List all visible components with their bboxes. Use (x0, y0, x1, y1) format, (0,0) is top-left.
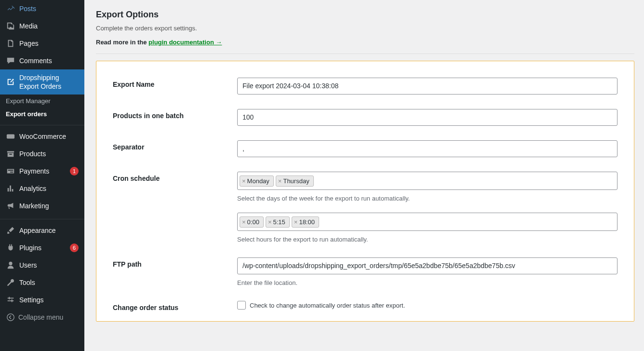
separator-label: Separator (113, 140, 237, 157)
remove-tag-icon[interactable]: × (278, 177, 282, 185)
page-title: Export Options (96, 10, 634, 20)
sidebar-item-label: Posts (19, 4, 79, 13)
sidebar-item-comments[interactable]: Comments (0, 52, 84, 69)
remove-tag-icon[interactable]: × (242, 218, 246, 226)
sidebar-item-label: Dropshipping Export Orders (19, 73, 79, 91)
sidebar-item-marketing[interactable]: Marketing (0, 197, 84, 215)
cron-day-tag: ×Thursday (276, 176, 314, 187)
ftp-path-help: Enter the file location. (237, 279, 617, 286)
sidebar-separator (0, 217, 84, 219)
cron-days-help: Select the days of the week for the expo… (237, 195, 617, 202)
cron-label: Cron schedule (113, 172, 237, 202)
change-status-check-label: Check to change automatically order stat… (250, 302, 405, 309)
change-status-checkbox[interactable] (237, 301, 246, 310)
collapse-icon (6, 312, 15, 322)
wrench-icon (6, 278, 15, 287)
megaphone-icon (6, 201, 15, 211)
analytics-icon (6, 184, 15, 193)
sidebar-item-label: Marketing (19, 202, 79, 210)
cron-hours-select[interactable]: ×0:00 ×5:15 ×18:00 (237, 213, 617, 231)
comment-icon (6, 56, 15, 66)
doc-prefix: Read more in the (96, 39, 148, 46)
sidebar-badge: 1 (70, 167, 79, 176)
sidebar-item-dropshipping-export-orders[interactable]: Dropshipping Export Orders (0, 69, 84, 94)
archive-icon (6, 149, 15, 159)
export-options-panel: Export Name Products in one batch Separa… (96, 61, 634, 322)
sidebar-item-woocommerce[interactable]: WooCommerce (0, 128, 84, 145)
brush-icon (6, 226, 15, 235)
sidebar-separator (0, 123, 84, 125)
sidebar-item-label: Analytics (19, 184, 79, 193)
batch-label: Products in one batch (113, 109, 237, 126)
export-name-input[interactable] (237, 78, 617, 94)
sliders-icon (6, 295, 15, 305)
sidebar-item-appearance[interactable]: Appearance (0, 222, 84, 239)
divider (96, 54, 634, 54)
plugin-documentation-link[interactable]: plugin documentation → (148, 39, 222, 46)
sidebar-item-label: WooCommerce (19, 132, 79, 141)
sidebar-item-label: Appearance (19, 226, 79, 235)
ftp-path-input[interactable] (237, 257, 617, 274)
remove-tag-icon[interactable]: × (294, 218, 298, 226)
sidebar-item-label: Media (19, 22, 79, 30)
sidebar-sub-export-manager[interactable]: Export Manager (0, 94, 84, 108)
sidebar-item-label: Payments (19, 167, 68, 176)
collapse-label: Collapse menu (18, 313, 63, 321)
change-status-label: Change order status (113, 301, 237, 311)
cron-hours-help: Select hours for the export to run autom… (237, 236, 617, 243)
remove-tag-icon[interactable]: × (268, 218, 272, 226)
user-icon (6, 260, 15, 270)
collapse-menu[interactable]: Collapse menu (0, 309, 84, 326)
share-icon (6, 77, 15, 87)
cron-hour-tag: ×5:15 (266, 216, 290, 228)
sidebar-item-users[interactable]: Users (0, 256, 84, 274)
page-icon (6, 39, 15, 48)
sidebar-item-products[interactable]: Products (0, 145, 84, 162)
sidebar-item-label: Plugins (19, 243, 68, 252)
sidebar-item-media[interactable]: Media (0, 17, 84, 35)
ftp-path-label: FTP path (113, 257, 237, 286)
sidebar-item-analytics[interactable]: Analytics (0, 180, 84, 197)
sidebar-item-label: Users (19, 261, 79, 270)
batch-input[interactable] (237, 109, 617, 126)
remove-tag-icon[interactable]: × (242, 177, 246, 185)
sidebar-badge: 6 (70, 243, 79, 252)
sidebar-item-posts[interactable]: Posts (0, 0, 84, 17)
sidebar-item-pages[interactable]: Pages (0, 35, 84, 52)
sidebar-item-label: Comments (19, 56, 79, 65)
doc-line: Read more in the plugin documentation → (96, 39, 634, 46)
separator-input[interactable] (237, 140, 617, 157)
sidebar-item-payments[interactable]: Payments 1 (0, 162, 84, 180)
admin-sidebar: Posts Media Pages Comments Dropshipping … (0, 0, 84, 351)
woo-icon (6, 132, 15, 141)
sidebar-item-plugins[interactable]: Plugins 6 (0, 239, 84, 256)
cron-day-tag: ×Monday (240, 176, 274, 187)
sidebar-sub-export-orders[interactable]: Export orders (0, 108, 84, 121)
svg-rect-0 (7, 135, 14, 139)
sidebar-item-label: Tools (19, 278, 79, 287)
sidebar-item-tools[interactable]: Tools (0, 274, 84, 291)
cron-hour-tag: ×0:00 (240, 216, 264, 228)
cron-days-select[interactable]: ×Monday ×Thursday (237, 172, 617, 190)
sidebar-item-label: Settings (19, 296, 79, 304)
export-name-label: Export Name (113, 78, 237, 94)
plug-icon (6, 243, 15, 253)
cron-hour-tag: ×18:00 (292, 216, 319, 228)
sidebar-item-label: Pages (19, 39, 79, 48)
pin-icon (6, 4, 15, 14)
payments-icon (6, 166, 15, 176)
media-icon (6, 21, 15, 31)
sidebar-item-settings[interactable]: Settings (0, 291, 84, 309)
sidebar-item-label: Products (19, 149, 79, 158)
page-description: Complete the orders export settings. (96, 25, 634, 32)
main-content: Export Options Complete the orders expor… (84, 0, 644, 351)
svg-point-1 (7, 314, 14, 321)
